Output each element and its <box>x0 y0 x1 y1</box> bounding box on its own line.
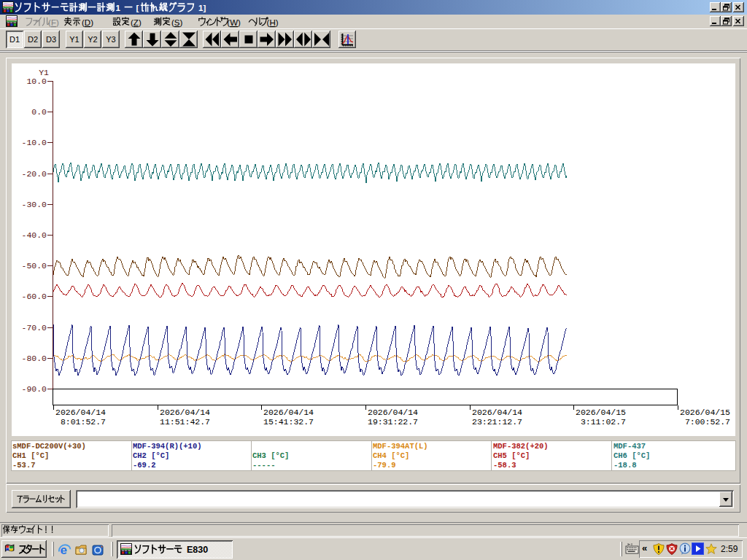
svg-text:-----: ----- <box>252 461 276 470</box>
svg-text:E830: E830 <box>187 545 208 555</box>
svg-text:2026/04/14: 2026/04/14 <box>368 408 418 417</box>
svg-text:-20.0: -20.0 <box>21 169 47 179</box>
svg-text:MDF-394(R)(+10): MDF-394(R)(+10) <box>133 442 202 451</box>
svg-text:sMDF-DC200V(+30): sMDF-DC200V(+30) <box>12 442 86 451</box>
svg-text:1]: 1] <box>196 4 206 12</box>
svg-text:-90.0: -90.0 <box>21 384 47 394</box>
svg-text:CH3 [°C]: CH3 [°C] <box>252 451 289 460</box>
svg-text:-40.0: -40.0 <box>21 230 47 240</box>
svg-text:(Z): (Z) <box>131 18 142 27</box>
svg-text:Y1: Y1 <box>39 68 49 77</box>
svg-text:-18.8: -18.8 <box>614 461 637 470</box>
svg-text:0.0: 0.0 <box>31 107 47 117</box>
svg-text:CH6 [°C]: CH6 [°C] <box>614 451 650 460</box>
svg-text:2026/04/14: 2026/04/14 <box>263 408 314 417</box>
svg-text:2026/04/15: 2026/04/15 <box>576 408 626 417</box>
svg-text:11:51:42.7: 11:51:42.7 <box>160 417 210 427</box>
svg-text:MDF-437: MDF-437 <box>614 442 646 451</box>
svg-text:MDF-394AT(L): MDF-394AT(L) <box>373 442 428 451</box>
svg-text:10.0: 10.0 <box>26 77 47 86</box>
svg-text:15:41:32.7: 15:41:32.7 <box>263 417 314 427</box>
svg-text:2026/04/14: 2026/04/14 <box>55 408 106 417</box>
svg-text:7:00:52.7: 7:00:52.7 <box>680 417 730 427</box>
svg-text:3:11:02.7: 3:11:02.7 <box>576 417 626 427</box>
svg-text:(S): (S) <box>171 18 183 27</box>
svg-text:-50.0: -50.0 <box>21 261 47 271</box>
svg-text:8:01:52.7: 8:01:52.7 <box>55 417 106 427</box>
svg-text:(W): (W) <box>227 18 241 27</box>
svg-text:-80.0: -80.0 <box>21 354 47 363</box>
svg-text:2026/04/14: 2026/04/14 <box>160 408 210 417</box>
svg-text:-60.0: -60.0 <box>21 292 47 301</box>
svg-text:-30.0: -30.0 <box>21 200 47 209</box>
svg-text:1: 1 <box>116 4 123 12</box>
svg-text:-69.2: -69.2 <box>133 461 156 470</box>
svg-text:2026/04/14: 2026/04/14 <box>472 408 522 417</box>
svg-text:(F): (F) <box>48 18 59 27</box>
svg-text:-58.3: -58.3 <box>493 461 516 470</box>
svg-text:(D): (D) <box>82 18 93 27</box>
svg-text:19:31:22.7: 19:31:22.7 <box>368 417 418 427</box>
svg-text:CH2 [°C]: CH2 [°C] <box>133 451 169 460</box>
svg-text:(H): (H) <box>267 18 279 27</box>
svg-text:CH1 [°C]: CH1 [°C] <box>12 451 49 460</box>
svg-text:CH5 [°C]: CH5 [°C] <box>493 451 530 460</box>
svg-text:-79.9: -79.9 <box>373 461 396 470</box>
svg-text:-70.0: -70.0 <box>21 323 47 332</box>
svg-text:CH4 [°C]: CH4 [°C] <box>373 451 409 460</box>
svg-text:2026/04/15: 2026/04/15 <box>680 408 730 417</box>
svg-text:23:21:12.7: 23:21:12.7 <box>472 417 522 427</box>
svg-text:MDF-382(+20): MDF-382(+20) <box>493 442 549 451</box>
svg-text:-10.0: -10.0 <box>21 138 47 147</box>
svg-text:[: [ <box>133 4 139 12</box>
svg-text:-53.7: -53.7 <box>12 461 36 470</box>
